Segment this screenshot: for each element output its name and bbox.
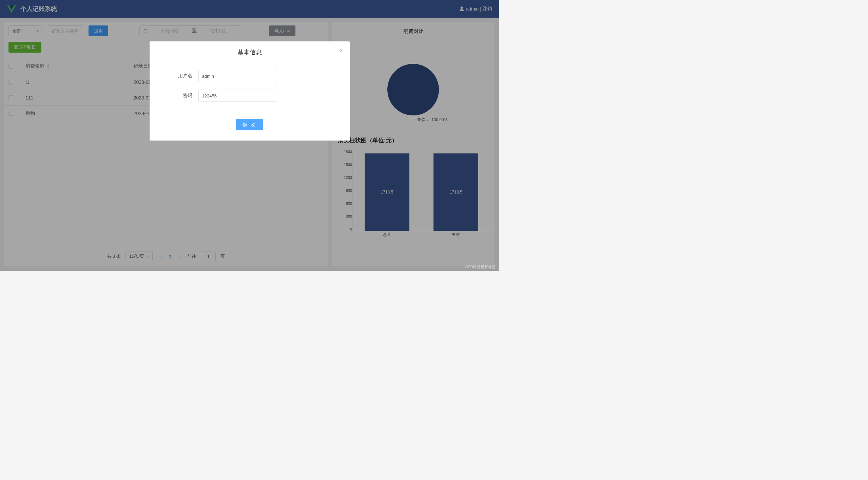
form-row-username: 用户名 — [158, 70, 342, 82]
form-row-password: 密码 — [158, 90, 342, 102]
username-label: 用户名 — [158, 73, 198, 79]
password-input[interactable] — [202, 90, 273, 101]
password-label: 密码 — [158, 93, 198, 99]
modal-overlay: × 基本信息 用户名 密码 修 改 — [0, 0, 499, 271]
close-icon[interactable]: × — [340, 48, 343, 54]
dialog-title: 基本信息 — [158, 48, 342, 56]
submit-button[interactable]: 修 改 — [236, 119, 264, 130]
username-input[interactable] — [202, 70, 273, 82]
basic-info-dialog: × 基本信息 用户名 密码 修 改 — [150, 41, 350, 141]
